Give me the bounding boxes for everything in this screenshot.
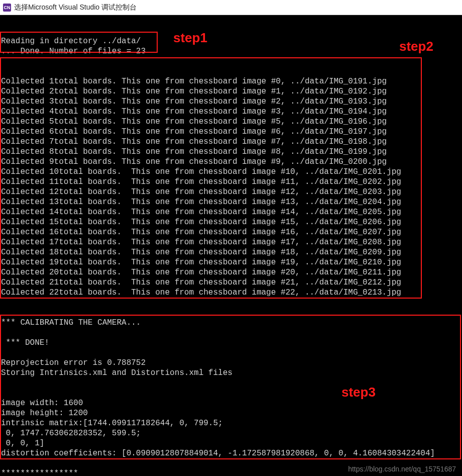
console-line: Collected 21total boards. This one from … — [1, 277, 462, 288]
console-line — [1, 328, 462, 338]
console-line: Reading in directory ../data/ — [1, 36, 462, 46]
console-line: Collected 20total boards. This one from … — [1, 267, 462, 277]
console-line: Collected 16total boards. This one from … — [1, 227, 462, 237]
console-line: Collected 17total boards. This one from … — [1, 237, 462, 247]
console-line — [1, 298, 462, 308]
console-line: Collected 10total boards. This one from … — [1, 167, 462, 177]
console-line: 0, 0, 1] — [1, 438, 462, 448]
console-line: Collected 19total boards. This one from … — [1, 257, 462, 267]
console-line: distortion coefficients: [0.090901280788… — [1, 448, 462, 458]
console-line — [1, 308, 462, 318]
console-line: Collected 18total boards. This one from … — [1, 247, 462, 257]
console-line: Collected 14total boards. This one from … — [1, 207, 462, 217]
console-line: Collected 6total boards. This one from c… — [1, 127, 462, 137]
console-line — [1, 56, 462, 66]
console-line: image width: 1600 — [1, 398, 462, 408]
console-text: Reading in directory ../data/... Done. N… — [1, 36, 462, 476]
console-line: *** DONE! — [1, 338, 462, 348]
console-line: Collected 4total boards. This one from c… — [1, 107, 462, 117]
console-output[interactable]: Reading in directory ../data/... Done. N… — [0, 15, 462, 476]
console-line: Collected 13total boards. This one from … — [1, 197, 462, 207]
console-line: Collected 5total boards. This one from c… — [1, 117, 462, 127]
console-line — [1, 378, 462, 388]
console-line: Collected 8total boards. This one from c… — [1, 147, 462, 157]
console-line: image height: 1200 — [1, 408, 462, 418]
console-line: Collected 12total boards. This one from … — [1, 187, 462, 197]
console-line: Collected 11total boards. This one from … — [1, 177, 462, 187]
console-line: *** CALIBRATING THE CAMERA... — [1, 318, 462, 328]
console-line: Storing Intrinsics.xml and Distortions.x… — [1, 368, 462, 378]
console-line: Collected 9total boards. This one from c… — [1, 157, 462, 167]
console-line — [1, 388, 462, 398]
console-line: Collected 22total boards. This one from … — [1, 288, 462, 298]
window-title: 选择Microsoft Visual Studio 调试控制台 — [14, 3, 137, 12]
window-titlebar[interactable]: CN 选择Microsoft Visual Studio 调试控制台 — [0, 0, 462, 15]
console-line: Collected 1total boards. This one from c… — [1, 76, 462, 86]
console-line — [1, 66, 462, 76]
console-line: Collected 2total boards. This one from c… — [1, 86, 462, 97]
console-line: Reprojection error is 0.788752 — [1, 358, 462, 368]
watermark: https://blog.csdn.net/qq_15751687 — [348, 464, 456, 474]
console-line: intrinsic matrix:[1744.099117182644, 0, … — [1, 418, 462, 428]
console-line: ... Done. Number of files = 23 — [1, 46, 462, 56]
console-line: Collected 3total boards. This one from c… — [1, 97, 462, 107]
console-line: 0, 1747.763062828352, 599.5; — [1, 428, 462, 438]
console-line — [1, 348, 462, 358]
console-line: Collected 7total boards. This one from c… — [1, 137, 462, 147]
app-icon: CN — [3, 4, 11, 12]
console-line: Collected 15total boards. This one from … — [1, 217, 462, 227]
